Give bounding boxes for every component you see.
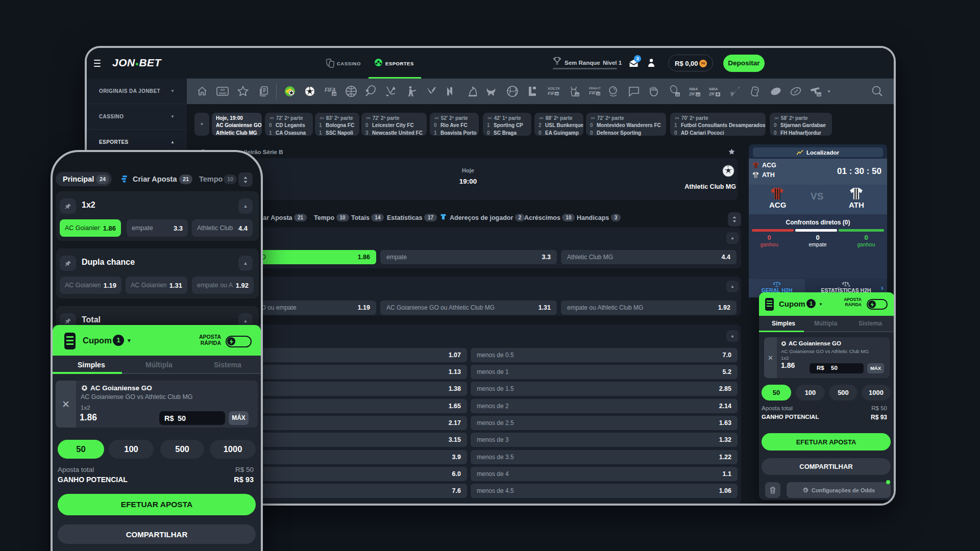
svg-text:24: 24 [696,93,700,96]
svg-text:2K: 2K [708,91,716,96]
svg-text:24: 24 [332,92,336,96]
svg-text:VIVO: VIVO [219,92,227,95]
svg-text:24: 24 [555,92,559,95]
svg-text:2K: 2K [689,91,696,96]
svg-text:VOLTA: VOLTA [548,86,559,91]
svg-text:24: 24 [817,93,821,96]
svg-text:24: 24 [676,93,679,96]
svg-text:24: 24 [575,93,579,96]
svg-text:PENALTY: PENALTY [589,87,601,90]
svg-text:NBA: NBA [689,87,698,91]
svg-text:NBA: NBA [709,87,718,91]
svg-text:AO: AO [220,88,225,91]
svg-text:24: 24 [597,92,600,95]
